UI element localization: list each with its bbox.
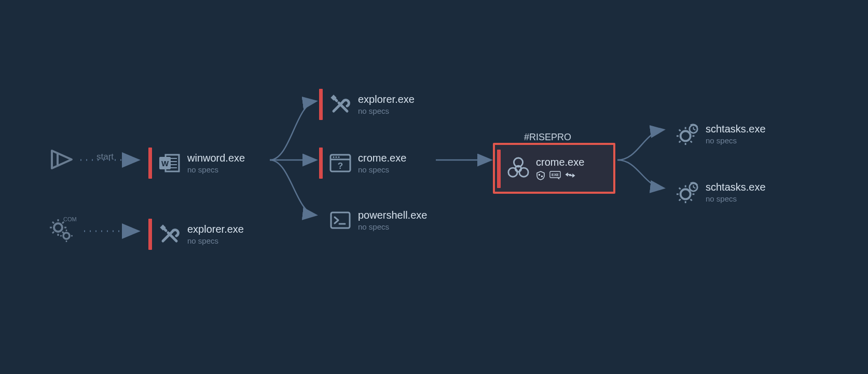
threat-tag-label: #RISEPRO (524, 132, 571, 143)
process-name: powershell.exe (358, 209, 427, 221)
process-name: explorer.exe (358, 94, 415, 105)
root-play-icon[interactable] (49, 148, 75, 173)
process-name: crome.exe (358, 152, 406, 164)
svg-line-50 (679, 129, 681, 131)
svg-line-52 (679, 141, 681, 142)
svg-line-9 (52, 222, 54, 223)
node-explorer-lower[interactable]: explorer.exe no specs (148, 216, 249, 253)
shield-checker-icon (536, 171, 545, 182)
process-subtext: no specs (187, 166, 245, 175)
svg-point-30 (335, 156, 337, 158)
process-subtext: no specs (358, 107, 415, 116)
svg-text:?: ? (338, 161, 343, 171)
svg-rect-40 (541, 176, 543, 177)
word-icon: W (158, 152, 181, 175)
exe-badge-icon: EXE (549, 171, 561, 182)
process-name: winword.exe (187, 152, 245, 164)
node-schtasks-upper[interactable]: schtasks.exe no specs (667, 115, 771, 153)
node-crome-first[interactable]: ? crome.exe no specs (319, 144, 411, 182)
svg-line-62 (679, 199, 681, 201)
start-label: start (97, 152, 114, 162)
swap-arrows-icon (565, 171, 575, 182)
severity-bar (319, 148, 323, 179)
severity-bar (319, 89, 323, 120)
node-powershell[interactable]: powershell.exe no specs (319, 202, 432, 239)
window-question-icon: ? (329, 152, 352, 175)
node-winword[interactable]: W winword.exe no specs (148, 144, 250, 182)
process-subtext: no specs (706, 195, 766, 204)
tools-icon (158, 223, 181, 246)
tools-icon (329, 93, 352, 116)
process-subtext: no specs (358, 223, 427, 232)
svg-line-60 (679, 188, 681, 189)
severity-bar (497, 150, 501, 188)
svg-rect-33 (331, 212, 350, 228)
process-name: explorer.exe (187, 223, 244, 235)
node-schtasks-lower[interactable]: schtasks.exe no specs (667, 173, 771, 211)
svg-point-55 (681, 189, 691, 199)
severity-bar-empty (667, 177, 670, 208)
svg-point-37 (508, 168, 517, 177)
severity-bar (148, 219, 152, 250)
gear-clock-icon (677, 123, 699, 145)
svg-line-12 (62, 222, 64, 223)
svg-line-11 (52, 232, 54, 233)
terminal-icon (329, 209, 352, 232)
severity-bar-empty (667, 118, 670, 150)
svg-text:EXE: EXE (552, 173, 559, 177)
process-tree-diagram: start COM (0, 0, 868, 374)
process-subtext: no specs (358, 166, 406, 175)
svg-text:COM: COM (63, 217, 77, 222)
process-name: schtasks.exe (706, 123, 766, 135)
process-name: crome.exe (536, 156, 584, 168)
gear-clock-icon (677, 181, 699, 204)
process-subtext: no specs (187, 237, 244, 246)
svg-point-13 (63, 233, 70, 239)
root-com-icon[interactable]: COM (49, 217, 78, 245)
svg-point-38 (519, 168, 528, 177)
svg-point-31 (338, 156, 339, 158)
node-explorer-upper[interactable]: explorer.exe no specs (319, 86, 420, 123)
severity-bar-empty (319, 205, 323, 236)
badge-row: EXE (536, 171, 584, 182)
process-name: schtasks.exe (706, 181, 766, 193)
svg-text:W: W (161, 159, 169, 168)
svg-point-4 (54, 223, 62, 232)
svg-point-29 (333, 156, 334, 158)
process-subtext: no specs (706, 137, 766, 145)
node-crome-threat[interactable]: crome.exe EXE (497, 146, 589, 191)
biohazard-icon (507, 157, 530, 180)
svg-line-61 (691, 199, 692, 201)
svg-line-51 (691, 141, 692, 142)
svg-rect-39 (539, 174, 540, 176)
svg-point-45 (681, 131, 691, 141)
severity-bar (148, 148, 152, 179)
